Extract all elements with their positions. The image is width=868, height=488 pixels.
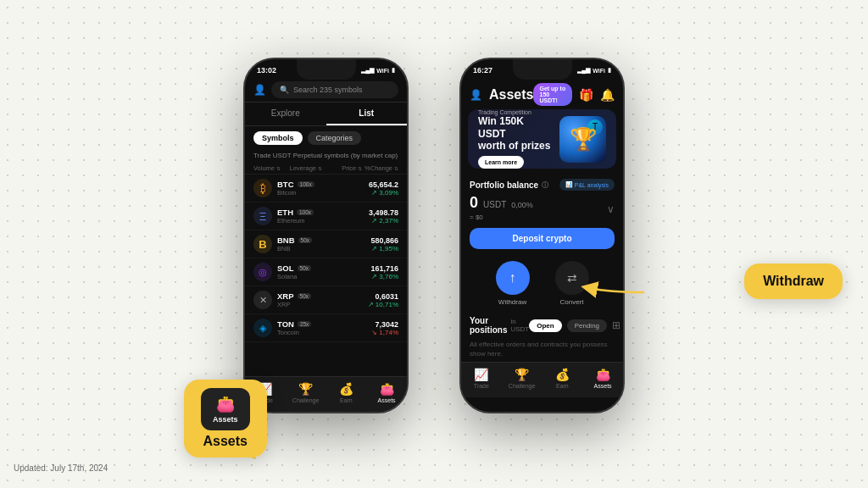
tab-symbols[interactable]: Symbols xyxy=(253,131,303,145)
table-row[interactable]: ✕ XRP50x XRP 0,6031 ↗ 10,71% xyxy=(245,286,407,314)
table-row[interactable]: B BNB50x BNB 580,866 ↗ 1,95% xyxy=(245,230,407,258)
balance-change: 0,00% xyxy=(511,201,533,209)
table-row[interactable]: ₿ BTC100x Bitcoin 65,654.2 ↗ 3,09% xyxy=(245,175,407,202)
callout-assets-label: Assets xyxy=(203,434,248,449)
grid-icon: ⊞ xyxy=(612,319,620,331)
nav-earn[interactable]: 💰 Earn xyxy=(326,382,367,403)
deposit-btn[interactable]: Deposit crypto xyxy=(470,228,615,249)
balance-row: 0 USDT 0,00% xyxy=(470,194,533,212)
bnb-icon: B xyxy=(253,235,272,253)
get-bonus-btn[interactable]: Get up to 150 USDT! xyxy=(533,83,572,106)
convert-label: Convert xyxy=(559,298,583,306)
withdraw-icon: ↑ xyxy=(509,270,516,286)
eth-icon: Ξ xyxy=(253,207,272,225)
balance-amount: 0 xyxy=(470,194,478,212)
time-left: 13:02 xyxy=(257,66,276,75)
assets-header: 👤 Assets Get up to 150 USDT! 🎁 🔔 xyxy=(461,78,623,109)
th-change: %Change xyxy=(362,164,398,172)
arrows-svg xyxy=(0,0,868,488)
user-icon: 👤 xyxy=(253,84,266,96)
nav-challenge[interactable]: 🏆 Challenge xyxy=(286,382,326,403)
positions-title: Your positions xyxy=(470,316,507,335)
trade-icon-right: 📈 xyxy=(474,368,488,381)
earn-icon-right: 💰 xyxy=(555,368,570,381)
status-icons-left: ▂▄▆ WiFi ▮ xyxy=(361,67,395,74)
chart-icon: 📊 xyxy=(565,181,573,188)
action-row: ↑ Withdraw ⇄ Convert xyxy=(461,256,623,313)
time-right: 16:27 xyxy=(473,66,492,75)
challenge-icon-right: 🏆 xyxy=(515,368,529,381)
table-row[interactable]: ◈ TON25x Toncoin 7,3042 ↘ 1,74% xyxy=(245,314,407,342)
symbol-tabs: Symbols Categories xyxy=(245,126,407,150)
sol-icon: ◎ xyxy=(253,263,272,281)
withdraw-label: Withdraw xyxy=(498,298,526,306)
pnl-analysis-btn[interactable]: 📊 P&L analysis xyxy=(559,179,615,191)
th-price: Price xyxy=(326,164,363,172)
coin-list: ₿ BTC100x Bitcoin 65,654.2 ↗ 3,09% Ξ ETH… xyxy=(245,175,407,376)
gift-icon: 🎁 xyxy=(579,88,593,102)
convert-btn[interactable]: ⇄ Convert xyxy=(555,261,589,306)
portfolio-info-icon: ⓘ xyxy=(542,180,548,190)
portfolio-title: Portfolio balance ⓘ xyxy=(470,180,548,190)
coin-info-xrp: XRP50x XRP xyxy=(277,291,363,308)
promo-main: Win 150K USDTworth of prizes xyxy=(478,115,553,152)
balance-currency: USDT xyxy=(483,200,506,209)
positions-tabs: Open Pending xyxy=(529,319,607,332)
table-row[interactable]: Ξ ETH100x Ethereum 3,498.78 ↗ 2,37% xyxy=(245,202,407,230)
phone-left-screen: 13:02 ▂▄▆ WiFi ▮ 👤 🔍 Search 235 symbols … xyxy=(245,59,407,412)
nav-assets[interactable]: 👛 Assets xyxy=(366,382,407,403)
tab-explore[interactable]: Explore xyxy=(245,103,326,125)
th-leverage: Leverage xyxy=(290,164,326,172)
search-input-box[interactable]: 🔍 Search 235 symbols xyxy=(271,81,398,98)
user-icon-right: 👤 xyxy=(470,89,482,101)
wifi-icon-right: WiFi xyxy=(593,68,605,74)
scene: 13:02 ▂▄▆ WiFi ▮ 👤 🔍 Search 235 symbols … xyxy=(0,0,868,488)
tab-pending[interactable]: Pending xyxy=(567,319,607,332)
table-row[interactable]: ◎ SOL50x Solana 161,716 ↗ 3,76% xyxy=(245,258,407,286)
header-icons: Get up to 150 USDT! 🎁 🔔 xyxy=(533,83,615,106)
promo-banner[interactable]: Trading Competition Win 150K USDTworth o… xyxy=(468,109,616,169)
tab-open[interactable]: Open xyxy=(529,319,561,332)
phone-right: 16:27 ▂▄▆ WiFi ▮ 👤 Assets Get up to 150 … xyxy=(459,58,625,413)
status-bar-left: 13:02 ▂▄▆ WiFi ▮ xyxy=(245,59,407,78)
convert-icon: ⇄ xyxy=(567,271,577,285)
btc-icon: ₿ xyxy=(253,179,272,197)
tab-categories[interactable]: Categories xyxy=(308,131,362,145)
th-volume: Volume xyxy=(253,164,290,172)
nav-challenge-right[interactable]: 🏆 Challenge xyxy=(502,368,542,389)
callout-withdraw-label: Withdraw xyxy=(763,274,824,288)
callout-assets: 👛 Assets Assets xyxy=(184,380,267,458)
phone-left: 13:02 ▂▄▆ WiFi ▮ 👤 🔍 Search 235 symbols … xyxy=(243,58,409,413)
coin-info-ton: TON25x Toncoin xyxy=(277,319,366,336)
search-bar[interactable]: 👤 🔍 Search 235 symbols xyxy=(245,78,407,103)
nav-trade-right[interactable]: 📈 Trade xyxy=(461,368,502,389)
usdt-label: Trade USDT Perpetual symbols (by market … xyxy=(245,150,407,163)
signal-icon: ▂▄▆ xyxy=(361,67,374,74)
wifi-icon: WiFi xyxy=(376,68,389,74)
assets-icon-right: 👛 xyxy=(596,368,610,381)
promo-visual: 🏆 T xyxy=(559,116,606,163)
signal-icon-right: ▂▄▆ xyxy=(577,67,590,74)
table-header: Volume Leverage Price %Change xyxy=(245,163,407,175)
nav-assets-right[interactable]: 👛 Assets xyxy=(582,368,623,389)
learn-more-btn[interactable]: Learn more xyxy=(478,156,524,169)
status-bar-right: 16:27 ▂▄▆ WiFi ▮ xyxy=(461,59,623,78)
nav-assets-label: Assets xyxy=(378,397,396,403)
bottom-nav-right: 📈 Trade 🏆 Challenge 💰 Earn 👛 Assets xyxy=(461,362,623,397)
tab-list[interactable]: List xyxy=(326,103,408,125)
promo-text: Trading Competition Win 150K USDTworth o… xyxy=(478,109,553,168)
withdraw-circle: ↑ xyxy=(496,261,530,295)
bottom-nav-left: 📈 Trade 🏆 Challenge 💰 Earn 👛 Assets xyxy=(245,376,407,412)
status-icons-right: ▂▄▆ WiFi ▮ xyxy=(577,67,611,74)
nav-earn-right[interactable]: 💰 Earn xyxy=(542,368,583,389)
coin-info-eth: ETH100x Ethereum xyxy=(277,208,364,225)
promo-sub: Trading Competition xyxy=(478,109,553,115)
updated-text: Updated: July 17th, 2024 xyxy=(14,463,108,473)
expand-icon[interactable]: ∨ xyxy=(607,203,615,215)
search-icon: 🔍 xyxy=(280,86,289,94)
withdraw-btn[interactable]: ↑ Withdraw xyxy=(496,261,530,306)
nav-challenge-label: Challenge xyxy=(292,397,320,403)
battery-icon: ▮ xyxy=(392,67,395,74)
phone-right-screen: 16:27 ▂▄▆ WiFi ▮ 👤 Assets Get up to 150 … xyxy=(461,59,623,412)
coin-info-sol: SOL50x Solana xyxy=(277,263,365,280)
